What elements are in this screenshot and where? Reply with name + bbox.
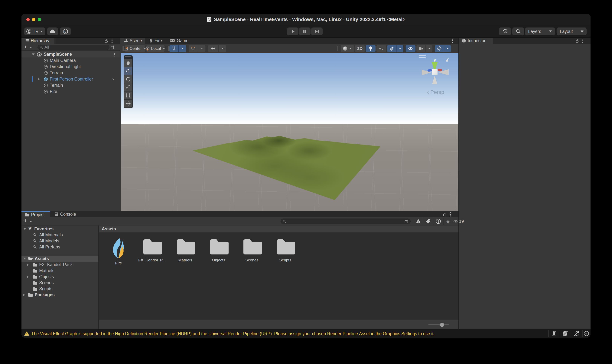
orientation-dropdown[interactable]: Local: [146, 45, 164, 52]
transform-tool-button[interactable]: [124, 100, 132, 107]
gizmo-bottom-cone[interactable]: [432, 76, 437, 84]
tab-game[interactable]: Game: [167, 38, 188, 44]
rotate-tool-button[interactable]: [124, 75, 132, 83]
open-prefab-chevron[interactable]: ›: [112, 76, 114, 82]
toolbar-drag-handle[interactable]: [338, 46, 339, 51]
create-asset-button[interactable]: +: [24, 218, 27, 224]
scene-lighting-button[interactable]: [366, 45, 376, 52]
open-search-window-icon[interactable]: [404, 219, 408, 223]
expand-arrow-icon[interactable]: [23, 294, 25, 296]
tab-hierarchy[interactable]: Hierarchy: [22, 38, 54, 44]
lock-open-icon[interactable]: [443, 212, 447, 216]
camera-settings-button[interactable]: [416, 45, 425, 52]
hand-tool-button[interactable]: [124, 59, 132, 67]
gizmo-right-cone[interactable]: [438, 69, 449, 75]
hierarchy-scene-row[interactable]: SampleScene: [22, 51, 120, 57]
tab-scene[interactable]: Scene: [121, 38, 145, 44]
asset-item-fire[interactable]: Fire: [104, 238, 133, 265]
scene-row-menu[interactable]: [114, 53, 115, 56]
effects-toggle-button[interactable]: [387, 45, 396, 52]
expand-arrow-icon[interactable]: [27, 275, 29, 278]
lock-open-icon[interactable]: [104, 39, 109, 43]
tab-project[interactable]: Project: [22, 211, 50, 217]
slider-knob[interactable]: [440, 323, 444, 327]
hidden-count-eye-icon[interactable]: [453, 220, 458, 223]
toolbar-drag-handle[interactable]: [167, 46, 169, 51]
gizmos-button[interactable]: [435, 45, 444, 52]
undo-history-button[interactable]: [499, 27, 511, 35]
status-warning-text[interactable]: The Visual Effect Graph is supported in …: [31, 331, 435, 336]
overlay-drag-handle[interactable]: [125, 56, 131, 58]
audio-mute-button[interactable]: [377, 45, 386, 52]
2d-toggle-button[interactable]: 2D: [355, 45, 365, 52]
hierarchy-search[interactable]: [38, 45, 109, 50]
project-search[interactable]: [281, 219, 410, 224]
create-object-caret[interactable]: [30, 47, 32, 48]
expand-arrow-icon[interactable]: [38, 78, 40, 80]
asset-item-fx-kandol-pack[interactable]: FX_Kandol_P...: [138, 238, 166, 262]
search-by-label-button[interactable]: [426, 219, 431, 224]
favorites-star-button[interactable]: ★: [445, 218, 450, 225]
create-asset-caret[interactable]: [30, 221, 32, 222]
project-search-input[interactable]: [287, 219, 403, 224]
move-tool-button[interactable]: [124, 67, 132, 75]
favorites-section-row[interactable]: ★ Favorites: [22, 226, 98, 232]
layers-dropdown[interactable]: Layers: [525, 27, 555, 35]
hierarchy-search-input[interactable]: [44, 45, 108, 50]
favorites-all-models[interactable]: All Models: [22, 238, 98, 244]
version-control-button[interactable]: D: [60, 27, 71, 35]
grid-visibility-button[interactable]: Y: [169, 45, 178, 52]
packages-root-row[interactable]: Packages: [22, 292, 98, 298]
tab-inspector[interactable]: Inspector: [459, 38, 493, 44]
inspector-menu-button[interactable]: [582, 39, 583, 43]
tree-folder-scenes[interactable]: Scenes: [22, 280, 98, 286]
expand-arrow-icon[interactable]: [27, 263, 29, 266]
hierarchy-item-terrain-2[interactable]: Terrain: [22, 82, 120, 89]
scene-viewport[interactable]: y ‹ Persp: [121, 53, 458, 211]
play-button[interactable]: [287, 27, 299, 35]
pause-button[interactable]: [299, 27, 311, 35]
tree-folder-scripts[interactable]: Scripts: [22, 286, 98, 292]
rect-tool-button[interactable]: [124, 91, 132, 99]
asset-item-scripts[interactable]: Scripts: [271, 238, 299, 262]
hierarchy-item-directional-light[interactable]: Directional Light: [22, 64, 120, 70]
lock-open-icon[interactable]: [575, 39, 579, 43]
increment-snap-caret[interactable]: [218, 45, 226, 52]
pivot-mode-dropdown[interactable]: Center: [125, 45, 145, 52]
asset-item-scenes[interactable]: Scenes: [238, 238, 266, 262]
asset-item-matriels[interactable]: Matriels: [171, 238, 199, 262]
gizmos-caret[interactable]: [444, 45, 451, 52]
auto-refresh-disabled-button[interactable]: [572, 330, 582, 337]
open-new-window-icon[interactable]: [110, 45, 115, 50]
tab-console[interactable]: Console: [51, 211, 82, 217]
assets-root-row[interactable]: Assets: [22, 256, 98, 262]
increment-snap-button[interactable]: [208, 45, 218, 52]
create-object-button[interactable]: +: [24, 44, 27, 51]
search-everywhere-button[interactable]: [512, 27, 524, 35]
toolbar-drag-handle[interactable]: [122, 46, 124, 51]
project-menu-button[interactable]: [450, 212, 451, 216]
account-dropdown[interactable]: TR: [24, 27, 45, 35]
cloud-services-button[interactable]: [47, 27, 58, 35]
activity-ok-indicator[interactable]: [582, 330, 590, 337]
favorites-all-materials[interactable]: All Materials: [22, 232, 98, 238]
hierarchy-item-fire[interactable]: Fire: [22, 89, 120, 95]
favorites-all-prefabs[interactable]: All Prefabs: [22, 244, 98, 250]
thumbnail-size-slider[interactable]: [428, 325, 449, 325]
hierarchy-item-main-camera[interactable]: Main Camera: [22, 57, 120, 64]
collapse-arrow-icon[interactable]: [23, 258, 26, 260]
tree-folder-matriels[interactable]: Matriels: [22, 268, 98, 274]
effects-caret[interactable]: [396, 45, 403, 52]
tree-folder-fx-kandol-pack[interactable]: FX_Kandol_Pack: [22, 262, 98, 268]
cache-server-disconnected-button[interactable]: [560, 330, 570, 337]
projection-toggle[interactable]: ‹ Persp: [427, 89, 444, 95]
search-by-type-button[interactable]: [416, 219, 421, 224]
grid-visibility-caret[interactable]: [179, 45, 186, 52]
hidden-objects-button[interactable]: [406, 45, 415, 52]
step-button[interactable]: [311, 27, 323, 35]
camera-settings-caret[interactable]: [426, 45, 433, 52]
gizmo-left-cone[interactable]: [422, 70, 431, 75]
hierarchy-item-terrain-1[interactable]: Terrain: [22, 70, 120, 76]
layout-dropdown[interactable]: Layout: [557, 27, 586, 35]
hierarchy-item-first-person-controller[interactable]: First Person Controller ›: [22, 76, 120, 82]
